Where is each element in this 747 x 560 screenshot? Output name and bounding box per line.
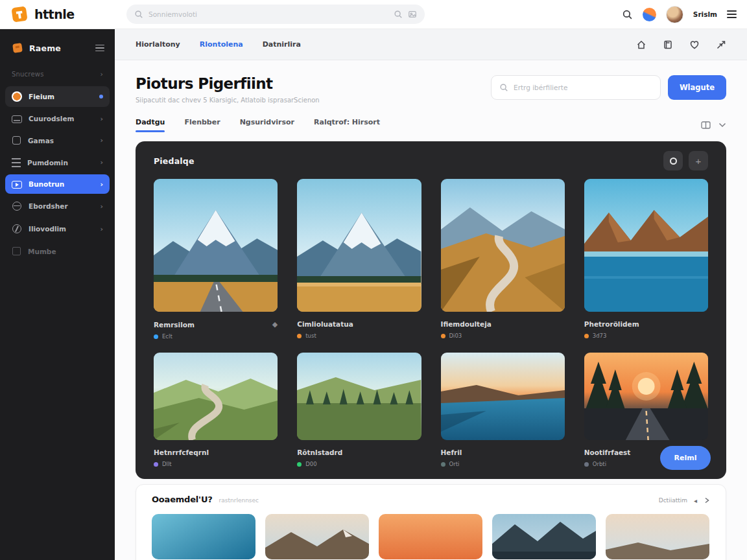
home-icon[interactable] xyxy=(636,40,646,50)
top-bar: httnle Srislm xyxy=(0,0,747,29)
plus-icon: + xyxy=(696,156,702,166)
card-photo[interactable] xyxy=(297,353,421,440)
global-search-input[interactable] xyxy=(148,10,388,18)
gallery-card: Ifiemdoulteja Di03 xyxy=(441,179,565,340)
thumbnail[interactable] xyxy=(606,514,709,559)
card-photo[interactable] xyxy=(441,353,565,440)
card-title: Phetrorölidem xyxy=(584,320,639,328)
gallery-card: Phetrorölidem 3d73 xyxy=(584,179,708,340)
sidebar-item[interactable]: Ebordsher › xyxy=(5,196,110,216)
heart-icon[interactable] xyxy=(689,40,700,50)
gallery-panel: Piedalqe + xyxy=(136,141,726,479)
share-icon[interactable] xyxy=(716,40,726,50)
card-photo[interactable] xyxy=(154,353,278,440)
chevron-down-icon[interactable] xyxy=(718,122,726,128)
subnav-link[interactable]: Rlontolena xyxy=(200,40,243,49)
card-title: Rôtnlstadrd xyxy=(297,449,342,456)
sidebar-item-icon xyxy=(12,136,21,145)
sidebar-item[interactable]: Mumbe xyxy=(5,241,110,261)
subnav-link[interactable]: Hiorlaltony xyxy=(136,40,180,49)
card-photo[interactable] xyxy=(297,179,421,312)
lens-button[interactable] xyxy=(663,151,683,170)
content: Pioturs Pigerfiint Siipacutit dac chvev … xyxy=(115,60,747,560)
gallery-card: Rôtnlstadrd D00 xyxy=(297,353,421,467)
arrow-left-icon[interactable]: ◂ xyxy=(694,497,697,504)
tab[interactable]: Dadtgu xyxy=(136,118,165,132)
create-button[interactable]: Wlagute xyxy=(668,75,726,100)
search-icon xyxy=(499,83,508,92)
chevron-right-icon: › xyxy=(100,203,103,210)
layout-icon[interactable] xyxy=(701,121,711,129)
tab[interactable]: Ralqtrof: Hirsort xyxy=(314,118,380,132)
chevron-right-icon[interactable] xyxy=(704,497,710,504)
subnav-link[interactable]: Datnirlira xyxy=(263,40,301,49)
sidebar-collapse-icon[interactable] xyxy=(95,45,104,52)
sidebar-item-label: Mumbe xyxy=(28,248,56,255)
sidebar-item-label: Gamas xyxy=(28,137,54,145)
card-photo[interactable] xyxy=(441,179,565,312)
circle-icon xyxy=(670,158,677,165)
user-avatar[interactable] xyxy=(666,6,683,23)
logo-icon xyxy=(10,5,29,23)
sidebar-item-icon xyxy=(12,158,21,167)
status-dot xyxy=(297,462,302,467)
thumbnail[interactable] xyxy=(492,514,596,559)
journal-icon[interactable] xyxy=(663,40,673,50)
sidebar-item[interactable]: Pumdomin › xyxy=(5,152,110,172)
gallery-card: Hetnrrfcfeqrnl Dllt xyxy=(154,353,278,467)
image-search-icon[interactable] xyxy=(408,10,417,19)
secondary-nav: Hiorlaltony Rlontolena Datnirlira xyxy=(115,29,747,60)
sidebar-item[interactable]: Iliovodlim › xyxy=(5,218,110,239)
recommendations-subtitle: rastnrlennsec xyxy=(219,497,259,504)
card-photo[interactable] xyxy=(584,353,708,440)
chevron-right-icon: › xyxy=(100,137,103,144)
sidebar-item-icon xyxy=(12,91,22,102)
sidebar-item[interactable]: Gamas › xyxy=(5,130,110,150)
main-area: Hiorlaltony Rlontolena Datnirlira Piotur… xyxy=(115,29,747,560)
card-value: Di03 xyxy=(449,332,462,339)
tab[interactable]: Flenbber xyxy=(184,118,220,132)
sidebar-item-label: Bunotrun xyxy=(29,180,64,188)
card-value: Dllt xyxy=(162,461,172,467)
sidebar-item-icon xyxy=(12,224,21,233)
search-icon[interactable] xyxy=(622,9,633,20)
thumbnail[interactable] xyxy=(265,514,369,559)
pager-label: Dctiiattim xyxy=(659,497,687,504)
chevron-right-icon: › xyxy=(100,226,103,233)
page-search[interactable] xyxy=(491,75,661,100)
card-title: Nootifrfaest xyxy=(584,449,631,456)
card-photo[interactable] xyxy=(154,179,278,312)
recommendations-section: Ooaemdel'U? rastnrlennsec Dctiiattim ◂ xyxy=(136,484,726,560)
page-search-input[interactable] xyxy=(514,84,652,91)
add-button[interactable]: + xyxy=(689,151,708,170)
card-photo[interactable] xyxy=(584,179,708,312)
thumbnail[interactable] xyxy=(379,514,482,559)
sidebar-item[interactable]: Fieium xyxy=(5,86,110,107)
sidebar-section[interactable]: Snucrews › xyxy=(0,67,115,84)
user-name[interactable]: Srislm xyxy=(693,10,717,18)
panel-action-button[interactable]: Relml xyxy=(660,446,711,470)
sidebar-item-label: Cuurodslem xyxy=(29,115,74,122)
card-title: Ifiemdoulteja xyxy=(441,320,492,328)
menu-icon[interactable] xyxy=(727,10,737,18)
sidebar-item-label: Fieium xyxy=(29,93,54,100)
sidebar-item[interactable]: Bunotrun › xyxy=(5,174,110,194)
search-icon xyxy=(134,10,143,19)
app-logo[interactable]: httnle xyxy=(0,5,115,23)
status-dot xyxy=(154,334,158,339)
logo-text: httnle xyxy=(34,7,75,21)
thumbnail[interactable] xyxy=(152,514,255,559)
search-icon[interactable] xyxy=(394,10,403,19)
tab[interactable]: Ngsuridvirsor xyxy=(240,118,294,132)
sidebar: Raeme Snucrews › Fieium Cuurodslem › xyxy=(0,29,115,560)
messenger-icon[interactable] xyxy=(643,8,656,21)
card-value: Orbti xyxy=(593,461,606,467)
card-title: Hetnrrfcfeqrnl xyxy=(154,449,209,456)
diamond-icon[interactable]: ◆ xyxy=(272,320,278,329)
global-search[interactable] xyxy=(126,5,425,24)
workspace-title: Raeme xyxy=(29,43,61,53)
status-dot xyxy=(584,462,589,467)
sidebar-item[interactable]: Cuurodslem › xyxy=(5,109,110,128)
gallery-card: Cimlioluatatua tust xyxy=(297,179,421,340)
card-value: 3d73 xyxy=(593,332,607,339)
